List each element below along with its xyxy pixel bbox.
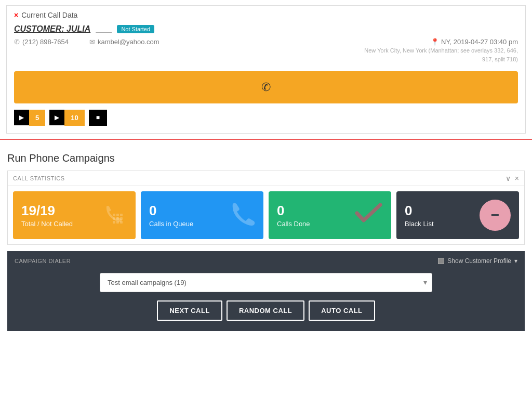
email-address: kambel@yahoo.com <box>98 38 159 46</box>
stat-card-blacklist: 0 Black List − <box>396 191 519 239</box>
stop-icon: ■ <box>96 114 100 121</box>
profile-label: Show Customer Profile <box>447 257 511 265</box>
profile-chevron-icon: ▾ <box>514 257 517 265</box>
minus-symbol: − <box>491 207 499 224</box>
dialer-panel: CAMPAIGN DIALER Show Customer Profile ▾ … <box>7 251 525 331</box>
stat-blacklist-text: 0 Black List <box>405 203 434 228</box>
phone-item: ✆ (212) 898-7654 <box>14 38 69 46</box>
email-icon: ✉ <box>89 38 95 46</box>
campaigns-title: Run Phone Campaigns <box>7 152 525 164</box>
stats-header: CALL STATISTICS ∨ × <box>8 171 524 186</box>
campaigns-section: Run Phone Campaigns CALL STATISTICS ∨ × … <box>0 144 532 339</box>
campaign-dropdown[interactable]: Test email campaigns (19) <box>100 273 432 292</box>
customer-name: CUSTOMER: JULIA <box>14 24 90 34</box>
profile-checkbox[interactable] <box>438 258 444 264</box>
phone-icon: ✆ <box>14 38 20 46</box>
stop-button[interactable]: ■ <box>89 110 107 126</box>
stat-card-total: 19/19 Total / Not Called <box>13 191 136 239</box>
phone-number: (212) 898-7654 <box>22 38 69 46</box>
stat-queue-text: 0 Calls in Queue <box>149 203 193 228</box>
next-call-button[interactable]: NEXT CALL <box>157 300 222 321</box>
checkmark-icon <box>354 199 383 232</box>
customer-info-row: CUSTOMER: JULIA Not Started <box>14 24 518 34</box>
dialer-title: CAMPAIGN DIALER <box>15 258 71 264</box>
svg-rect-2 <box>120 214 123 216</box>
svg-rect-4 <box>116 217 119 220</box>
location-sub1: New York City, New York (Manhattan; see … <box>364 47 518 55</box>
dialer-header: CAMPAIGN DIALER Show Customer Profile ▾ <box>15 257 517 265</box>
email-item: ✉ kambel@yahoo.com <box>89 38 159 46</box>
call-button[interactable]: ✆ <box>14 71 518 103</box>
stat-done-number: 0 <box>277 203 310 219</box>
current-call-panel: × Current Call Data CUSTOMER: JULIA Not … <box>6 5 526 134</box>
section-title: Current Call Data <box>21 11 77 19</box>
phone-handset-icon <box>227 199 255 232</box>
collapse-button[interactable]: ∨ <box>506 174 511 182</box>
stats-header-controls: ∨ × <box>506 174 519 182</box>
contact-details-row: ✆ (212) 898-7654 ✉ kambel@yahoo.com 📍 NY… <box>14 38 518 64</box>
random-call-button[interactable]: RANDOM CALL <box>227 300 304 321</box>
stat-done-label: Calls Done <box>277 220 310 228</box>
stat-done-text: 0 Calls Done <box>277 203 310 228</box>
stat-blacklist-number: 0 <box>405 203 434 219</box>
svg-rect-1 <box>116 214 119 216</box>
play-5-play-icon: ▶ <box>14 110 29 125</box>
location-main: 📍 NY, 2019-04-27 03:40 pm <box>364 38 518 46</box>
profile-toggle[interactable]: Show Customer Profile ▾ <box>438 257 517 265</box>
svg-rect-3 <box>113 217 115 220</box>
play-10-number: 10 <box>64 110 84 126</box>
customer-name-blurred <box>96 25 112 33</box>
location-text: NY, 2019-04-27 03:40 pm <box>441 38 518 46</box>
stat-blacklist-label: Black List <box>405 220 434 228</box>
play-5-number: 5 <box>29 110 45 126</box>
minus-circle-icon: − <box>480 200 511 231</box>
svg-rect-0 <box>113 214 115 216</box>
campaign-dropdown-wrapper: Test email campaigns (19) ▾ <box>100 273 432 292</box>
location-sub2: 917, split 718) <box>364 56 518 63</box>
stat-total-number: 19/19 <box>21 203 73 219</box>
phone-grid-icon <box>101 202 127 228</box>
stat-total-label: Total / Not Called <box>21 220 73 228</box>
play-5-button[interactable]: ▶ 5 <box>14 110 45 126</box>
auto-call-button[interactable]: AUTO CALL <box>309 300 375 321</box>
dialer-actions: NEXT CALL RANDOM CALL AUTO CALL <box>15 300 517 321</box>
call-button-phone-icon: ✆ <box>261 81 271 94</box>
play-10-button[interactable]: ▶ 10 <box>49 110 84 126</box>
stats-close-button[interactable]: × <box>515 174 519 182</box>
stat-queue-number: 0 <box>149 203 193 219</box>
section-divider <box>0 139 532 140</box>
stat-card-done: 0 Calls Done <box>269 191 391 239</box>
stats-cards: 19/19 Total / Not Called <box>8 186 524 244</box>
svg-rect-8 <box>120 221 123 224</box>
stats-header-title: CALL STATISTICS <box>13 175 65 181</box>
stat-total-text: 19/19 Total / Not Called <box>21 203 73 228</box>
svg-rect-6 <box>113 221 115 224</box>
stats-panel: CALL STATISTICS ∨ × 19/19 Total / Not Ca… <box>7 171 525 245</box>
svg-rect-7 <box>116 221 119 224</box>
play-10-play-icon: ▶ <box>49 110 64 125</box>
section-header: × Current Call Data <box>14 11 518 19</box>
action-controls: ▶ 5 ▶ 10 ■ <box>14 110 518 126</box>
close-button[interactable]: × <box>14 11 18 19</box>
svg-rect-5 <box>120 217 123 220</box>
not-started-badge: Not Started <box>117 25 154 33</box>
stat-card-queue: 0 Calls in Queue <box>141 191 263 239</box>
stat-queue-label: Calls in Queue <box>149 220 193 228</box>
location-block: 📍 NY, 2019-04-27 03:40 pm New York City,… <box>364 38 518 64</box>
location-pin-icon: 📍 <box>431 38 439 46</box>
